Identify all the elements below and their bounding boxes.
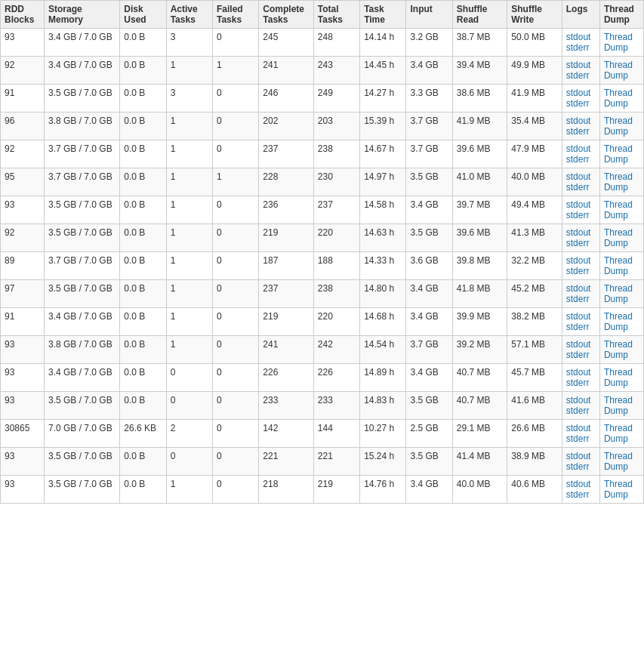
stdout-link[interactable]: stdout xyxy=(566,479,591,489)
cell-logs[interactable]: stdoutstderr xyxy=(562,420,599,448)
stdout-link[interactable]: stdout xyxy=(566,143,591,154)
cell-logs[interactable]: stdoutstderr xyxy=(562,168,599,196)
thread-dump-link[interactable]: Thread xyxy=(604,339,633,350)
stderr-link[interactable]: stderr xyxy=(566,266,590,276)
cell-logs[interactable]: stdoutstderr xyxy=(562,140,599,168)
thread-dump-link-cont[interactable]: Dump xyxy=(604,182,628,193)
thread-dump-link-cont[interactable]: Dump xyxy=(604,210,628,220)
thread-dump-link[interactable]: Thread xyxy=(604,311,633,322)
thread-dump-link-cont[interactable]: Dump xyxy=(604,322,628,332)
thread-dump-link-cont[interactable]: Dump xyxy=(604,98,628,109)
thread-dump-link[interactable]: Thread xyxy=(604,451,633,461)
cell-thread-dump[interactable]: ThreadDump xyxy=(599,168,643,196)
stdout-link[interactable]: stdout xyxy=(566,171,591,182)
thread-dump-link[interactable]: Thread xyxy=(604,60,633,70)
cell-thread-dump[interactable]: ThreadDump xyxy=(599,308,643,336)
stdout-link[interactable]: stdout xyxy=(566,311,591,322)
stderr-link[interactable]: stderr xyxy=(566,98,590,109)
thread-dump-link[interactable]: Thread xyxy=(604,116,633,126)
stderr-link[interactable]: stderr xyxy=(566,182,590,193)
thread-dump-link[interactable]: Thread xyxy=(604,423,633,433)
thread-dump-link-cont[interactable]: Dump xyxy=(604,70,628,81)
cell-thread-dump[interactable]: ThreadDump xyxy=(599,252,643,280)
stderr-link[interactable]: stderr xyxy=(566,294,590,304)
thread-dump-link-cont[interactable]: Dump xyxy=(604,461,628,472)
thread-dump-link-cont[interactable]: Dump xyxy=(604,294,628,304)
stdout-link[interactable]: stdout xyxy=(566,88,591,98)
cell-thread-dump[interactable]: ThreadDump xyxy=(599,29,643,57)
stderr-link[interactable]: stderr xyxy=(566,126,590,137)
thread-dump-link-cont[interactable]: Dump xyxy=(604,238,628,248)
cell-logs[interactable]: stdoutstderr xyxy=(562,252,599,280)
thread-dump-link[interactable]: Thread xyxy=(604,367,633,378)
thread-dump-link[interactable]: Thread xyxy=(604,479,633,489)
stderr-link[interactable]: stderr xyxy=(566,378,590,388)
thread-dump-link-cont[interactable]: Dump xyxy=(604,378,628,388)
stdout-link[interactable]: stdout xyxy=(566,451,591,461)
stderr-link[interactable]: stderr xyxy=(566,210,590,220)
cell-logs[interactable]: stdoutstderr xyxy=(562,336,599,364)
cell-logs[interactable]: stdoutstderr xyxy=(562,364,599,392)
cell-logs[interactable]: stdoutstderr xyxy=(562,57,599,85)
cell-thread-dump[interactable]: ThreadDump xyxy=(599,196,643,224)
stdout-link[interactable]: stdout xyxy=(566,339,591,350)
cell-thread-dump[interactable]: ThreadDump xyxy=(599,85,643,113)
stdout-link[interactable]: stdout xyxy=(566,116,591,126)
cell-logs[interactable]: stdoutstderr xyxy=(562,29,599,57)
thread-dump-link-cont[interactable]: Dump xyxy=(604,126,628,137)
cell-thread-dump[interactable]: ThreadDump xyxy=(599,280,643,308)
cell-thread-dump[interactable]: ThreadDump xyxy=(599,392,643,420)
thread-dump-link-cont[interactable]: Dump xyxy=(604,154,628,165)
cell-logs[interactable]: stdoutstderr xyxy=(562,308,599,336)
cell-thread-dump[interactable]: ThreadDump xyxy=(599,448,643,476)
cell-thread-dump[interactable]: ThreadDump xyxy=(599,420,643,448)
thread-dump-link[interactable]: Thread xyxy=(604,255,633,266)
stderr-link[interactable]: stderr xyxy=(566,322,590,332)
stderr-link[interactable]: stderr xyxy=(566,405,590,416)
stdout-link[interactable]: stdout xyxy=(566,395,591,405)
cell-logs[interactable]: stdoutstderr xyxy=(562,476,599,504)
stderr-link[interactable]: stderr xyxy=(566,42,590,53)
stderr-link[interactable]: stderr xyxy=(566,70,590,81)
thread-dump-link[interactable]: Thread xyxy=(604,32,633,42)
cell-thread-dump[interactable]: ThreadDump xyxy=(599,364,643,392)
stderr-link[interactable]: stderr xyxy=(566,489,590,500)
stdout-link[interactable]: stdout xyxy=(566,227,591,238)
stdout-link[interactable]: stdout xyxy=(566,423,591,433)
thread-dump-link[interactable]: Thread xyxy=(604,171,633,182)
stderr-link[interactable]: stderr xyxy=(566,461,590,472)
cell-logs[interactable]: stdoutstderr xyxy=(562,280,599,308)
stdout-link[interactable]: stdout xyxy=(566,283,591,294)
cell-logs[interactable]: stdoutstderr xyxy=(562,85,599,113)
thread-dump-link[interactable]: Thread xyxy=(604,283,633,294)
cell-logs[interactable]: stdoutstderr xyxy=(562,392,599,420)
thread-dump-link[interactable]: Thread xyxy=(604,88,633,98)
cell-logs[interactable]: stdoutstderr xyxy=(562,448,599,476)
thread-dump-link-cont[interactable]: Dump xyxy=(604,350,628,360)
cell-thread-dump[interactable]: ThreadDump xyxy=(599,140,643,168)
stdout-link[interactable]: stdout xyxy=(566,367,591,378)
thread-dump-link-cont[interactable]: Dump xyxy=(604,266,628,276)
thread-dump-link[interactable]: Thread xyxy=(604,199,633,210)
cell-thread-dump[interactable]: ThreadDump xyxy=(599,113,643,140)
cell-logs[interactable]: stdoutstderr xyxy=(562,224,599,252)
thread-dump-link[interactable]: Thread xyxy=(604,395,633,405)
stderr-link[interactable]: stderr xyxy=(566,350,590,360)
stdout-link[interactable]: stdout xyxy=(566,199,591,210)
cell-logs[interactable]: stdoutstderr xyxy=(562,113,599,140)
cell-thread-dump[interactable]: ThreadDump xyxy=(599,336,643,364)
thread-dump-link[interactable]: Thread xyxy=(604,227,633,238)
thread-dump-link-cont[interactable]: Dump xyxy=(604,405,628,416)
stdout-link[interactable]: stdout xyxy=(566,255,591,266)
stderr-link[interactable]: stderr xyxy=(566,433,590,444)
stderr-link[interactable]: stderr xyxy=(566,154,590,165)
stdout-link[interactable]: stdout xyxy=(566,60,591,70)
cell-thread-dump[interactable]: ThreadDump xyxy=(599,57,643,85)
cell-logs[interactable]: stdoutstderr xyxy=(562,196,599,224)
cell-thread-dump[interactable]: ThreadDump xyxy=(599,224,643,252)
cell-thread-dump[interactable]: ThreadDump xyxy=(599,476,643,504)
thread-dump-link[interactable]: Thread xyxy=(604,143,633,154)
thread-dump-link-cont[interactable]: Dump xyxy=(604,42,628,53)
stderr-link[interactable]: stderr xyxy=(566,238,590,248)
stdout-link[interactable]: stdout xyxy=(566,32,591,42)
